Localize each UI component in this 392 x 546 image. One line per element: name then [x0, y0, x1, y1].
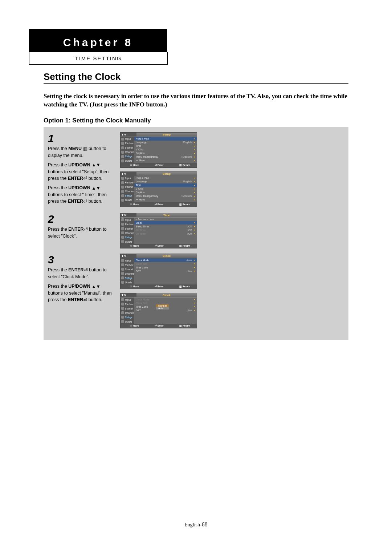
- chapter-header-box: Chapter 8: [29, 29, 167, 52]
- page-heading: Setting the Clock: [44, 71, 348, 82]
- t: ENTER: [68, 297, 83, 302]
- chapter-subtitle: TIME SETTING: [29, 55, 167, 61]
- manual-page: Chapter 8 TIME SETTING Setting the Clock…: [0, 0, 392, 546]
- divider: [44, 83, 348, 84]
- step-2-text-col: 2 Press the ENTER⏎ button to select "Clo…: [48, 213, 115, 248]
- t: ENTER: [68, 227, 83, 232]
- t: Press the: [48, 227, 68, 232]
- up-down-icon: ▲▼: [91, 162, 101, 168]
- menu-icon: ▥: [83, 146, 87, 152]
- footer-lang: English-: [184, 522, 201, 527]
- t: Press the: [48, 284, 68, 289]
- step-2-text: Press the ENTER⏎ button to select "Clock…: [48, 226, 115, 239]
- step-2-screens: T VTimeInputPictureSoundChannelSetupGuid…: [120, 213, 344, 248]
- t: MENU: [68, 146, 82, 151]
- tv-setup-screen-1: T VSetupInputPictureSoundChannelSetupGui…: [120, 132, 197, 168]
- t: button.: [87, 176, 102, 181]
- t: ENTER: [68, 176, 83, 181]
- page-footer: English-68: [0, 521, 392, 528]
- t: Press the: [48, 162, 68, 167]
- step-2: 2 Press the ENTER⏎ button to select "Clo…: [48, 213, 344, 248]
- step-3-text-col: 3 Press the ENTER⏎ button to select "Clo…: [48, 254, 115, 328]
- step-1-text-col: 1 Press the MENU ▥ button to display the…: [48, 132, 115, 208]
- footer-page-number: 68: [202, 521, 208, 527]
- intro-paragraph: Setting the clock is necessary in order …: [44, 92, 348, 109]
- t: button.: [87, 199, 102, 204]
- t: UP/DOWN: [68, 284, 90, 289]
- t: UP/DOWN: [68, 162, 90, 167]
- subtitle-box: TIME SETTING: [29, 52, 168, 65]
- step-1-number: 1: [48, 132, 115, 145]
- enter-icon: ⏎: [83, 198, 87, 205]
- steps-container: 1 Press the MENU ▥ button to display the…: [44, 127, 348, 340]
- tv-clock-screen-1: T VClockInputPictureSoundChannelSetupGui…: [120, 254, 197, 289]
- t: button.: [87, 297, 102, 302]
- t: UP/DOWN: [68, 185, 90, 190]
- enter-icon: ⏎: [84, 267, 88, 274]
- step-3: 3 Press the ENTER⏎ button to select "Clo…: [48, 254, 344, 328]
- t: ENTER: [68, 267, 83, 272]
- tv-time-screen: T VTimeInputPictureSoundChannelSetupGuid…: [120, 213, 197, 248]
- enter-icon: ⏎: [83, 297, 87, 303]
- step-3-screens: T VClockInputPictureSoundChannelSetupGui…: [120, 254, 344, 328]
- option-heading: Option 1: Setting the Clock Manually: [44, 117, 348, 124]
- enter-icon: ⏎: [83, 175, 87, 182]
- t: Press the: [48, 267, 68, 272]
- step-3-number: 3: [48, 254, 115, 266]
- tv-clock-screen-2: T VClockInputPictureSoundChannelSetupGui…: [120, 293, 197, 328]
- t: ENTER: [68, 199, 83, 204]
- t: Press the: [48, 185, 68, 190]
- up-down-icon: ▲▼: [91, 283, 101, 290]
- step-1-text: Press the MENU ▥ button to display the m…: [48, 145, 115, 205]
- chapter-title: Chapter 8: [29, 36, 167, 49]
- tv-setup-screen-2: T VSetupInputPictureSoundChannelSetupGui…: [120, 171, 197, 207]
- step-3-text: Press the ENTER⏎ button to select "Clock…: [48, 267, 115, 303]
- enter-icon: ⏎: [84, 226, 88, 233]
- step-1-screens: T VSetupInputPictureSoundChannelSetupGui…: [120, 132, 344, 208]
- t: Press the: [48, 146, 68, 151]
- up-down-icon: ▲▼: [91, 185, 101, 191]
- step-2-number: 2: [48, 213, 115, 225]
- step-1: 1 Press the MENU ▥ button to display the…: [48, 132, 344, 208]
